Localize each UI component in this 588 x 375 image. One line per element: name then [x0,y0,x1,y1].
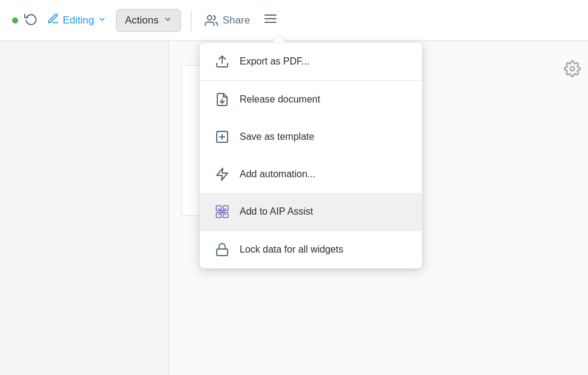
lock-data-label: Lock data for all widgets [240,244,344,255]
menu-item-add-aip[interactable]: Add to AIP Assist [200,193,422,230]
share-label: Share [223,14,250,27]
save-template-label: Save as template [240,131,315,142]
toolbar-divider [191,10,191,31]
hamburger-menu-icon[interactable] [263,11,278,29]
export-icon [214,54,230,69]
release-document-label: Release document [240,94,320,105]
svg-point-0 [207,15,211,19]
menu-item-export-pdf[interactable]: Export as PDF... [200,43,422,80]
actions-button[interactable]: Actions [116,9,181,32]
menu-item-add-automation[interactable]: Add automation... [200,156,422,193]
status-dot [12,17,18,24]
dropdown-arrow [272,35,286,42]
sidebar-panel [0,41,169,375]
gear-icon[interactable] [564,60,581,81]
toolbar-left: Editing Actions [12,9,181,32]
menu-item-save-template[interactable]: Save as template [200,118,422,156]
dropdown-menu: Export as PDF... Release document [199,42,423,269]
aip-icon [214,204,230,219]
export-pdf-label: Export as PDF... [240,56,310,67]
actions-chevron-icon [164,15,172,25]
share-button[interactable]: Share [201,11,254,30]
template-icon [214,129,230,145]
add-automation-label: Add automation... [240,169,315,180]
automation-icon [214,166,230,182]
svg-marker-10 [217,168,228,180]
editing-label: Editing [63,14,94,27]
svg-point-4 [570,67,575,71]
menu-item-lock-data[interactable]: Lock data for all widgets [200,231,422,268]
pencil-icon [47,13,59,28]
editing-chevron-icon [98,15,106,25]
svg-rect-17 [217,249,228,256]
add-aip-label: Add to AIP Assist [240,206,313,217]
actions-label: Actions [125,14,159,27]
release-icon [214,92,230,107]
share-icon [205,14,218,27]
history-icon[interactable] [24,12,37,28]
menu-item-release-document[interactable]: Release document [200,81,422,118]
actions-dropdown: Export as PDF... Release document [199,35,423,269]
editing-button[interactable]: Editing [43,10,110,30]
lock-icon [214,242,230,257]
